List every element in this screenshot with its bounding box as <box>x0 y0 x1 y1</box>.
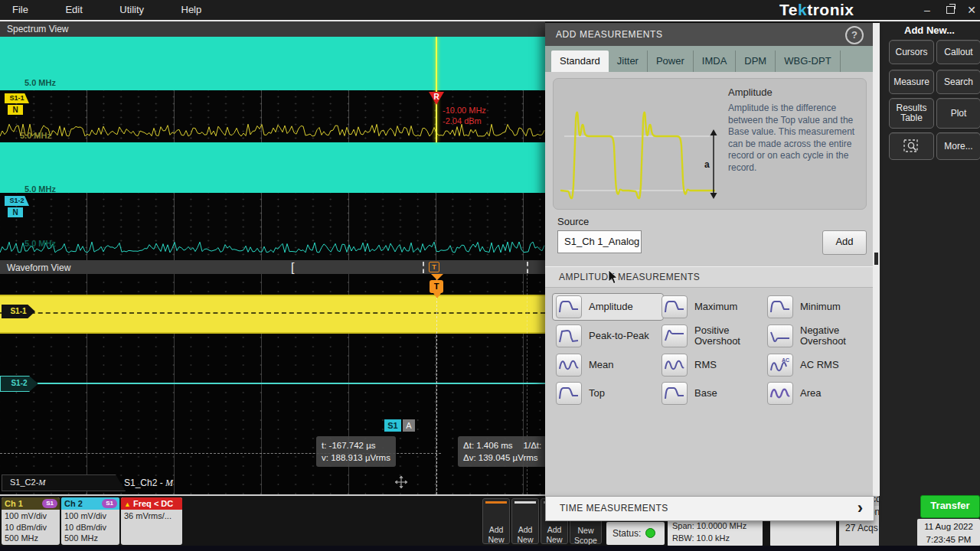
measurement-top[interactable]: Top <box>556 382 657 405</box>
pulse-icon <box>662 295 688 318</box>
menu-utility[interactable]: Utility <box>116 0 147 20</box>
add-callout-button[interactable]: Callout <box>936 40 980 64</box>
close-icon[interactable]: ✕ <box>963 3 980 17</box>
tab-wbg-dpt[interactable]: WBG-DPT <box>776 51 840 72</box>
marker-frequency: -10.00 MHz <box>443 106 486 116</box>
channel-2-s1-pill: S1 <box>102 499 117 508</box>
channel-2-badge[interactable]: Ch 2 S1 100 mV/div 10 dBm/div 500 MHz <box>61 497 119 545</box>
sine-icon <box>556 354 582 377</box>
channel-2-bandwidth: 500 MHz <box>64 533 116 544</box>
trigger-t-marker[interactable]: T <box>430 280 443 293</box>
cursor-a-time: t: -167.742 µs <box>322 439 390 452</box>
measurement-rms[interactable]: RMS <box>662 354 763 377</box>
spectrum-view-title: Spectrum View <box>7 24 68 34</box>
waveform-view-title: Waveform View <box>7 262 70 273</box>
add-measurement-button[interactable]: Add <box>822 230 867 255</box>
help-icon[interactable]: ? <box>845 26 864 44</box>
span-value: Span: 10.0000 MHz <box>672 520 758 532</box>
measurement-positive-overshoot[interactable]: Positive Overshoot <box>662 324 763 347</box>
zoom-bracket[interactable]: [ <box>291 260 294 276</box>
amplitude-measurements-header: AMPLITUDE MEASUREMENTS <box>545 266 873 288</box>
tektronix-logo: Tektronix <box>779 1 854 19</box>
spectrum-view-header: Spectrum View <box>0 21 545 37</box>
menu-bar: File Edit Utility Help Tektronix – ✕ <box>0 0 980 21</box>
tab-jitter[interactable]: Jitter <box>609 51 648 72</box>
warning-triangle-icon: ▲ <box>124 500 131 508</box>
spectrum-scale-label-1: 5.0 MHz <box>24 78 56 87</box>
menu-edit[interactable]: Edit <box>62 0 85 20</box>
add-measure-button[interactable]: Measure <box>889 70 934 94</box>
span-rbw-readout[interactable]: Span: 10.0000 MHz RBW: 10.0 kHz <box>668 517 763 546</box>
add-results-table-button[interactable]: Results Table <box>889 98 934 129</box>
warning-value: 36 mVrms/... <box>124 510 179 522</box>
spectrum-scale-label-3: 5.0 MHz <box>24 184 56 194</box>
status-ok-dot <box>645 528 655 538</box>
tab-dpm[interactable]: DPM <box>736 51 776 72</box>
menu-file[interactable]: File <box>9 0 31 20</box>
channel-2-name: Ch 2 <box>64 499 83 508</box>
waveform-badge-s1-2[interactable]: S1-2 <box>0 376 38 392</box>
horizontal-settings-box[interactable] <box>770 517 836 546</box>
tab-power[interactable]: Power <box>648 51 694 72</box>
zoom-select-icon <box>903 139 920 154</box>
trigger-tail-icon <box>433 293 441 298</box>
spectrum-badge-s1-2-n[interactable]: N <box>8 207 23 217</box>
measurement-peak-to-peak[interactable]: Peak-to-Peak <box>556 324 657 347</box>
add-new-math-button[interactable]: Add New Math <box>482 498 510 544</box>
zoom-select-button[interactable] <box>889 132 934 160</box>
add-search-button[interactable]: Search <box>936 70 980 94</box>
time-value: 7:23:45 PM <box>917 533 980 546</box>
header-dash-marker-1 <box>423 262 424 273</box>
add-new-ref-button[interactable]: Add New Ref <box>511 498 539 544</box>
add-measurements-dialog: ADD MEASUREMENTS ? Standard Jitter Power… <box>545 23 873 496</box>
source-select[interactable]: S1_Ch 1_Analog▾ <box>557 230 642 253</box>
measurement-mean[interactable]: Mean <box>556 354 657 377</box>
dialog-scrollbar-thumb[interactable] <box>874 253 878 265</box>
spectrum-plot-area[interactable]: 5.0 MHz 5.0 MHz 5.0 MHz 5.0 MHz S1-1 N S… <box>0 37 545 260</box>
add-cursors-button[interactable]: Cursors <box>889 40 934 64</box>
status-indicator: Status: <box>606 522 665 545</box>
cursor-a-badge[interactable]: A <box>403 419 415 432</box>
pulse-icon <box>767 295 793 318</box>
measurement-ac-rms[interactable]: AC AC RMS <box>767 354 868 377</box>
spectrum-scale-label-4: 5.0 MHz <box>24 239 56 248</box>
measurement-minimum[interactable]: Minimum <box>767 295 868 318</box>
spectrum-view-panel: Spectrum View 5.0 MHz 5.0 MHz 5.0 MHz 5.… <box>0 21 545 260</box>
overshoot-positive-icon <box>662 324 688 347</box>
channel-2-scale: 100 mV/div <box>64 510 116 522</box>
cursor-source-badge[interactable]: S1 <box>384 419 401 432</box>
amplitude-illustration: a <box>557 82 725 204</box>
waveform-plot-area[interactable]: S1-1 S1-2 T S1 A t: -167.742 µs v: 188.9… <box>0 274 545 494</box>
waveform-view-header: Waveform View [ T <box>0 260 545 276</box>
tab-imda[interactable]: IMDA <box>694 51 737 72</box>
spectrum-band-teal-1 <box>0 37 545 90</box>
dialog-tab-bar: Standard Jitter Power IMDA DPM WBG-DPT <box>545 46 873 72</box>
dialog-content: a Amplitude Amplitude is the difference … <box>545 72 873 496</box>
trigger-arrow-icon <box>431 274 443 280</box>
description-title: Amplitude <box>728 86 773 98</box>
measurement-amplitude[interactable]: Amplitude <box>552 293 664 321</box>
transfer-button[interactable]: Transfer <box>920 495 980 518</box>
time-measurements-section[interactable]: TIME MEASUREMENTS › <box>545 496 874 521</box>
waveform-s1-1-trace <box>0 295 545 334</box>
channel-1-badge[interactable]: Ch 1 S1 100 mV/div 10 dBm/div 500 MHz <box>2 497 60 545</box>
frequency-warning-badge[interactable]: ▲ Freq < DC 36 mVrms/... <box>121 497 182 545</box>
more-button[interactable]: More... <box>936 132 980 160</box>
dialog-title-bar[interactable]: ADD MEASUREMENTS ? <box>545 23 873 46</box>
measurement-negative-overshoot[interactable]: Negative Overshoot <box>767 324 868 347</box>
dialog-scrollbar[interactable] <box>873 23 880 496</box>
tab-standard[interactable]: Standard <box>551 51 609 72</box>
measurement-maximum[interactable]: Maximum <box>662 295 763 318</box>
marker-level: -2.04 dBm <box>443 116 482 126</box>
measurement-area[interactable]: Area <box>767 382 868 405</box>
ac-sine-icon: AC <box>767 354 793 377</box>
math-waveform-tab[interactable]: S1_C2-M <box>2 474 126 491</box>
minimize-icon[interactable]: – <box>919 3 936 17</box>
spectrum-band-teal-2 <box>0 142 545 193</box>
measurement-base[interactable]: Base <box>662 382 763 405</box>
add-plot-button[interactable]: Plot <box>936 98 980 129</box>
mouse-cursor-icon <box>608 269 619 285</box>
menu-help[interactable]: Help <box>178 0 205 20</box>
pulse-icon <box>556 295 582 318</box>
restore-icon[interactable] <box>942 3 959 17</box>
